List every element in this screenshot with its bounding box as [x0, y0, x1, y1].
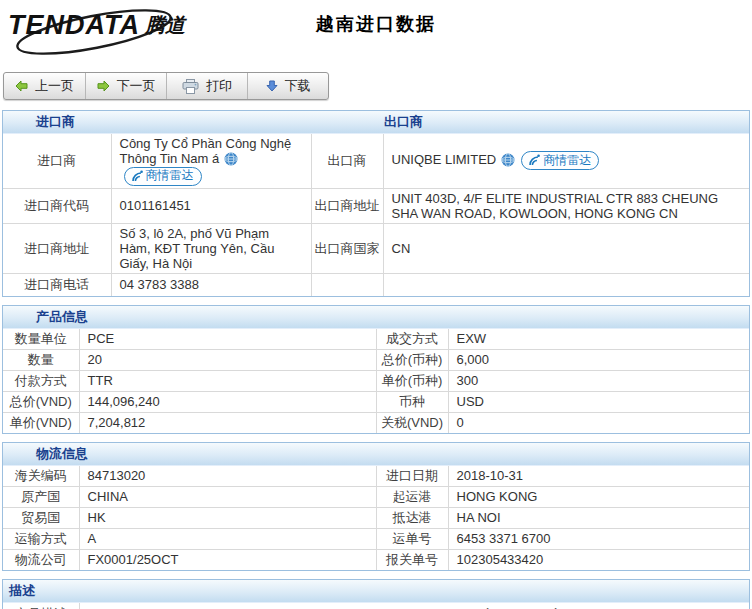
field-label: 进口商地址 [3, 223, 111, 273]
table-row: 贸易国 HK 抵达港 HA NOI [3, 507, 749, 528]
download-label: 下载 [285, 77, 311, 95]
field-value: 0 [448, 412, 749, 433]
importer-exporter-table: 进口商 Công Ty Cổ Phần Công Nghệ Thông Tin … [3, 134, 749, 296]
field-label: 出口商国家 [311, 223, 383, 273]
field-label: 付款方式 [3, 370, 79, 391]
field-value: HONG KONG [448, 486, 749, 507]
section-header: 物流信息 [3, 443, 749, 466]
field-value: 144,096,240 [79, 391, 376, 412]
field-value: Số 3, lô 2A, phố Vũ Phạm Hàm, KĐT Trung … [111, 223, 311, 273]
field-value: UNIQBE LIMITED商情雷达 [383, 134, 749, 188]
importer-header-label: 进口商 [3, 113, 75, 131]
prev-page-label: 上一页 [35, 77, 74, 95]
field-value: UNIT 403D, 4/F ELITE INDUSTRIAL CTR 883 … [383, 188, 749, 223]
tendata-logo: TENDATA腾道 [8, 10, 198, 58]
toolbar: 上一页 下一页 打印 下载 [3, 72, 329, 100]
printer-icon [182, 79, 199, 94]
field-label: 币种 [376, 391, 448, 412]
field-label: 总价(币种) [376, 349, 448, 370]
table-row: 物流公司 FX0001/25OCT 报关单号 102305433420 [3, 549, 749, 570]
field-value: 04 3783 3388 [111, 273, 311, 296]
field-value: CHINA [79, 486, 376, 507]
exporter-name: UNIQBE LIMITED [392, 152, 497, 167]
table-row: 进口商地址 Số 3, lô 2A, phố Vũ Phạm Hàm, KĐT … [3, 223, 749, 273]
download-button[interactable]: 下载 [247, 73, 328, 99]
field-label: 进口商电话 [3, 273, 111, 296]
radar-signal-icon [131, 170, 143, 182]
table-row: 海关编码 84713020 进口日期 2018-10-31 [3, 466, 749, 487]
field-label: 物流公司 [3, 549, 79, 570]
table-row: 进口商代码 0101161451 出口商地址 UNIT 403D, 4/F EL… [3, 188, 749, 223]
description-table: 产品描述 Máy tính bảng Apple iPad MR7F2X/A 3… [3, 603, 749, 609]
field-label: 原产国 [3, 486, 79, 507]
field-value: 84713020 [79, 466, 376, 487]
table-row: 付款方式 TTR 单价(币种) 300 [3, 370, 749, 391]
field-value: HA NOI [448, 507, 749, 528]
section-importer-exporter: 进口商 出口商 进口商 Công Ty Cổ Phần Công Nghệ Th… [2, 110, 750, 297]
field-label: 海关编码 [3, 466, 79, 487]
field-label: 运输方式 [3, 528, 79, 549]
table-row: 进口商 Công Ty Cổ Phần Công Nghệ Thông Tin … [3, 134, 749, 188]
field-value: EXW [448, 329, 749, 350]
field-label: 数量单位 [3, 329, 79, 350]
importer-name: Công Ty Cổ Phần Công Nghệ Thông Tin Nam … [120, 136, 292, 166]
table-row: 运输方式 A 运单号 6453 3371 6700 [3, 528, 749, 549]
radar-badge[interactable]: 商情雷达 [124, 167, 202, 186]
field-value: 2018-10-31 [448, 466, 749, 487]
field-label: 进口日期 [376, 466, 448, 487]
field-value: TTR [79, 370, 376, 391]
globe-icon[interactable] [224, 152, 238, 166]
table-row: 数量单位 PCE 成交方式 EXW [3, 329, 749, 350]
field-label: 抵达港 [376, 507, 448, 528]
field-value: USD [448, 391, 749, 412]
field-value [383, 273, 749, 296]
globe-icon[interactable] [501, 153, 515, 167]
field-label: 报关单号 [376, 549, 448, 570]
prev-page-button[interactable]: 上一页 [4, 73, 85, 99]
print-label: 打印 [206, 77, 232, 95]
next-page-button[interactable]: 下一页 [85, 73, 166, 99]
field-label: 运单号 [376, 528, 448, 549]
product-info-table: 数量单位 PCE 成交方式 EXW 数量 20 总价(币种) 6,000 付款方… [3, 329, 749, 433]
field-label: 贸易国 [3, 507, 79, 528]
field-value: 6453 3371 6700 [448, 528, 749, 549]
field-label: 总价(VND) [3, 391, 79, 412]
logistics-header-label: 物流信息 [3, 445, 88, 463]
table-row: 单价(VND) 7,204,812 关税(VND) 0 [3, 412, 749, 433]
product-header-label: 产品信息 [3, 308, 88, 326]
exporter-header-label: 出口商 [384, 113, 423, 131]
field-label: 出口商地址 [311, 188, 383, 223]
print-button[interactable]: 打印 [166, 73, 247, 99]
field-label [311, 273, 383, 296]
product-description-value: Máy tính bảng Apple iPad MR7F2X/A 32GB W… [79, 603, 749, 609]
field-value: FX0001/25OCT [79, 549, 376, 570]
field-value: Công Ty Cổ Phần Công Nghệ Thông Tin Nam … [111, 134, 311, 188]
section-description: 描述 产品描述 Máy tính bảng Apple iPad MR7F2X/… [2, 579, 750, 609]
field-value: CN [383, 223, 749, 273]
field-value: HK [79, 507, 376, 528]
field-label: 进口商 [3, 134, 111, 188]
radar-badge-label: 商情雷达 [543, 153, 591, 168]
brand-cn-text: 腾道 [145, 14, 185, 36]
field-label: 单价(币种) [376, 370, 448, 391]
radar-signal-icon [528, 154, 540, 166]
radar-badge[interactable]: 商情雷达 [521, 151, 599, 170]
field-label: 数量 [3, 349, 79, 370]
field-value: PCE [79, 329, 376, 350]
field-value: 300 [448, 370, 749, 391]
brand-text: TENDATA [8, 10, 140, 40]
arrow-right-icon [97, 80, 110, 92]
section-header: 描述 [3, 580, 749, 603]
section-product-info: 产品信息 数量单位 PCE 成交方式 EXW 数量 20 总价(币种) 6,00… [2, 305, 750, 434]
field-label: 起运港 [376, 486, 448, 507]
table-row: 进口商电话 04 3783 3388 [3, 273, 749, 296]
field-label: 出口商 [311, 134, 383, 188]
field-value: 20 [79, 349, 376, 370]
table-row: 产品描述 Máy tính bảng Apple iPad MR7F2X/A 3… [3, 603, 749, 609]
field-label: 产品描述 [3, 603, 79, 609]
radar-badge-label: 商情雷达 [146, 168, 194, 183]
field-label: 单价(VND) [3, 412, 79, 433]
logistics-info-table: 海关编码 84713020 进口日期 2018-10-31 原产国 CHINA … [3, 466, 749, 570]
arrow-left-icon [15, 80, 28, 92]
field-label: 关税(VND) [376, 412, 448, 433]
